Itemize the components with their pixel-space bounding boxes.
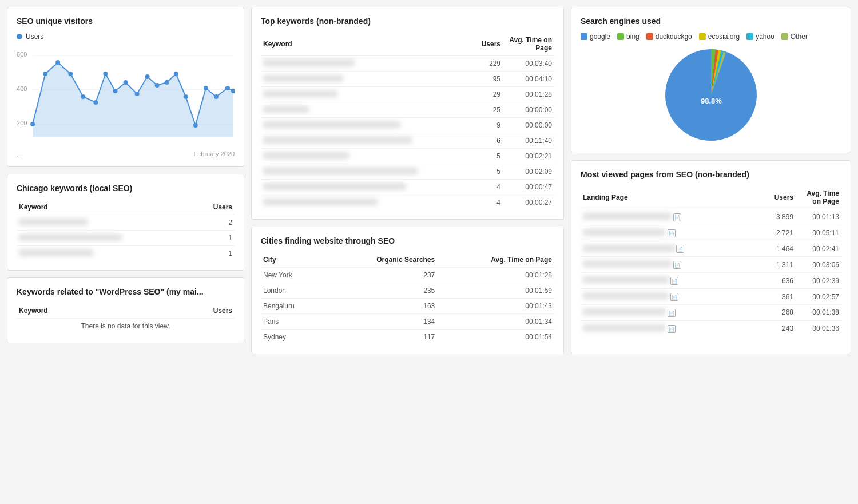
city-cell: London xyxy=(261,283,325,299)
legend-item: Other xyxy=(781,33,808,41)
avg-cell: 00:01:34 xyxy=(437,314,554,330)
col-mid: Top keywords (non-branded) Keyword Users… xyxy=(251,7,564,354)
legend-color xyxy=(581,33,587,40)
chicago-col-keyword: Keyword xyxy=(17,200,195,215)
users-cell: 5 xyxy=(471,149,503,164)
most-viewed-table: Landing Page Users Avg. Time on Page 📄 3… xyxy=(581,186,841,336)
svg-point-8 xyxy=(43,72,47,76)
users-cell: 9 xyxy=(471,118,503,133)
tk-col-avg: Avg. Time on Page xyxy=(503,33,554,56)
top-keywords-title: Top keywords (non-branded) xyxy=(261,17,554,26)
chicago-keywords-table: Keyword Users 2 1 1 xyxy=(17,200,235,261)
dashboard: SEO unique visitors Users 600 400 200 xyxy=(7,7,851,354)
legend-label: Other xyxy=(791,33,808,41)
chicago-keywords-card: Chicago keywords (local SEO) Keyword Use… xyxy=(7,174,244,271)
avg-cell: 00:11:40 xyxy=(503,133,554,149)
keyword-cell xyxy=(261,180,471,195)
mv-col-users: Users xyxy=(757,186,796,209)
table-row: 📄 268 00:01:38 xyxy=(581,304,841,320)
users-cell: 4 xyxy=(471,180,503,195)
avg-cell: 00:01:59 xyxy=(437,283,554,299)
pie-container: 98.8% xyxy=(581,46,841,144)
users-cell: 2,721 xyxy=(757,225,796,241)
cities-card: Cities finding website through SEO City … xyxy=(251,227,564,354)
col-right: Search engines used google bing duckduck… xyxy=(571,7,851,354)
table-row: 29 00:01:28 xyxy=(261,87,554,102)
wordpress-keywords-title: Keywords related to "WordPress SEO" (my … xyxy=(17,287,235,296)
legend-label: bing xyxy=(626,33,639,41)
svg-point-24 xyxy=(214,94,219,99)
page-icon: 📄 xyxy=(676,245,684,253)
svg-point-11 xyxy=(81,94,85,99)
table-row: New York 237 00:01:28 xyxy=(261,268,554,283)
page-cell: 📄 xyxy=(581,225,757,241)
top-keywords-table: Keyword Users Avg. Time on Page 229 00:0… xyxy=(261,33,554,210)
legend-item: google xyxy=(581,33,610,41)
users-cell: 243 xyxy=(757,320,796,336)
city-cell: Bengaluru xyxy=(261,299,325,314)
page-cell: 📄 xyxy=(581,304,757,320)
page-cell: 📄 xyxy=(581,289,757,305)
table-row: 6 00:11:40 xyxy=(261,133,554,149)
page-icon: 📄 xyxy=(673,261,681,269)
table-row: 2 xyxy=(17,215,235,231)
avg-cell: 00:01:13 xyxy=(796,209,841,225)
seo-visitors-title: SEO unique visitors xyxy=(17,17,235,26)
page-icon: 📄 xyxy=(668,309,676,317)
keyword-cell xyxy=(261,133,471,149)
users-cell: 229 xyxy=(471,56,503,72)
table-row: 1 xyxy=(17,246,235,261)
city-col-organic: Organic Searches xyxy=(325,252,437,268)
city-col-avg: Avg. Time on Page xyxy=(437,252,554,268)
col-left: SEO unique visitors Users 600 400 200 xyxy=(7,7,244,354)
keyword-cell xyxy=(261,56,471,72)
tk-col-users: Users xyxy=(471,33,503,56)
page-icon: 📄 xyxy=(670,277,678,285)
table-row: 1 xyxy=(17,231,235,246)
svg-point-23 xyxy=(204,86,208,90)
table-row: 📄 1,464 00:02:41 xyxy=(581,241,841,257)
users-cell: 1,311 xyxy=(757,257,796,273)
most-viewed-card: Most viewed pages from SEO (non-branded)… xyxy=(571,160,851,354)
cities-table: City Organic Searches Avg. Time on Page … xyxy=(261,252,554,344)
city-cell: New York xyxy=(261,268,325,283)
legend-label: google xyxy=(590,33,610,41)
chart-svg: 600 400 200 xyxy=(17,45,235,148)
page-cell: 📄 xyxy=(581,273,757,289)
wp-col-keyword: Keyword xyxy=(17,303,144,319)
search-engines-card: Search engines used google bing duckduck… xyxy=(571,7,851,153)
chicago-keywords-title: Chicago keywords (local SEO) xyxy=(17,184,235,193)
avg-cell: 00:02:41 xyxy=(796,241,841,257)
mv-col-avg: Avg. Time on Page xyxy=(796,186,841,209)
svg-point-16 xyxy=(135,92,140,96)
table-row: Bengaluru 163 00:01:43 xyxy=(261,299,554,314)
chart-footer-right: February 2020 xyxy=(193,150,235,157)
city-col-city: City xyxy=(261,252,325,268)
avg-cell: 00:05:11 xyxy=(796,225,841,241)
chart-legend: Users xyxy=(17,33,235,41)
users-cell: 6 xyxy=(471,133,503,149)
users-cell: 2 xyxy=(195,215,235,231)
pie-chart-svg: 98.8% xyxy=(654,38,768,152)
wordpress-keywords-table: Keyword Users There is no data for this … xyxy=(17,303,235,334)
avg-cell: 00:00:47 xyxy=(503,180,554,195)
users-cell: 29 xyxy=(471,87,503,102)
table-row: London 235 00:01:59 xyxy=(261,283,554,299)
line-chart: 600 400 200 xyxy=(17,45,235,148)
svg-point-15 xyxy=(123,80,128,85)
page-cell: 📄 xyxy=(581,209,757,225)
users-cell: 1 xyxy=(195,231,235,246)
avg-cell: 00:01:28 xyxy=(503,87,554,102)
svg-point-17 xyxy=(145,74,150,79)
users-cell: 4 xyxy=(471,195,503,211)
legend-color xyxy=(646,33,653,40)
page-icon: 📄 xyxy=(673,213,681,221)
keyword-cell xyxy=(261,72,471,87)
wp-col-users: Users xyxy=(144,303,235,319)
table-row: 9 00:00:00 xyxy=(261,118,554,133)
users-cell: 268 xyxy=(757,304,796,320)
users-cell: 361 xyxy=(757,289,796,305)
legend-color xyxy=(781,33,788,40)
organic-cell: 134 xyxy=(325,314,437,330)
svg-point-10 xyxy=(68,72,73,76)
